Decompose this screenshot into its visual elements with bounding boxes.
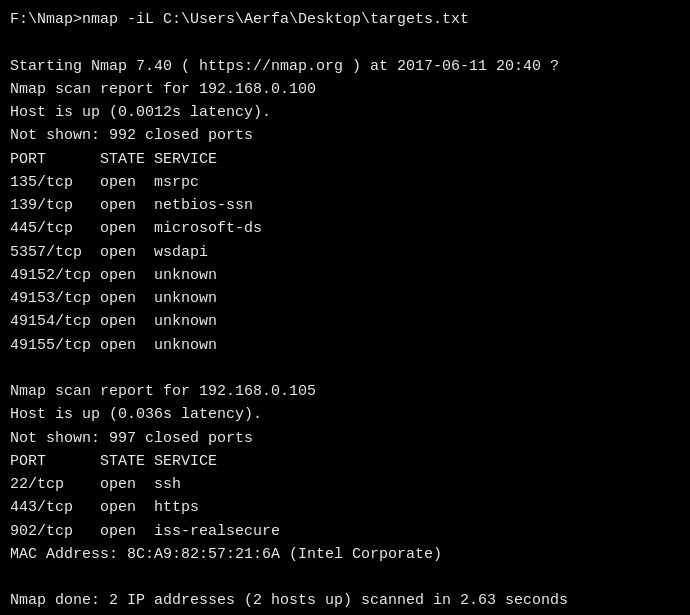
terminal-line-header-1: PORT STATE SERVICE <box>10 148 680 171</box>
terminal-line-port-49152: 49152/tcp open unknown <box>10 264 680 287</box>
terminal-line-port-139: 139/tcp open netbios-ssn <box>10 194 680 217</box>
terminal-line-host-up-1: Host is up (0.0012s latency). <box>10 101 680 124</box>
terminal-line-empty1 <box>10 31 680 54</box>
terminal-line-host-up-2: Host is up (0.036s latency). <box>10 403 680 426</box>
terminal-line-empty2 <box>10 357 680 380</box>
terminal-line-port-443: 443/tcp open https <box>10 496 680 519</box>
terminal-line-port-49155: 49155/tcp open unknown <box>10 334 680 357</box>
terminal-line-cmd-line: F:\Nmap>nmap -iL C:\Users\Aerfa\Desktop\… <box>10 8 680 31</box>
terminal-line-port-22: 22/tcp open ssh <box>10 473 680 496</box>
terminal-line-scan-report-2: Nmap scan report for 192.168.0.105 <box>10 380 680 403</box>
terminal-line-port-49154: 49154/tcp open unknown <box>10 310 680 333</box>
terminal-line-port-5357: 5357/tcp open wsdapi <box>10 241 680 264</box>
terminal-line-port-49153: 49153/tcp open unknown <box>10 287 680 310</box>
terminal-line-empty3 <box>10 566 680 589</box>
terminal-line-port-445: 445/tcp open microsoft-ds <box>10 217 680 240</box>
terminal-line-port-135: 135/tcp open msrpc <box>10 171 680 194</box>
terminal-line-header-2: PORT STATE SERVICE <box>10 450 680 473</box>
terminal-line-not-shown-1: Not shown: 992 closed ports <box>10 124 680 147</box>
terminal-line-nmap-done: Nmap done: 2 IP addresses (2 hosts up) s… <box>10 589 680 612</box>
terminal-line-port-902: 902/tcp open iss-realsecure <box>10 520 680 543</box>
terminal-line-starting: Starting Nmap 7.40 ( https://nmap.org ) … <box>10 55 680 78</box>
terminal-line-mac-address: MAC Address: 8C:A9:82:57:21:6A (Intel Co… <box>10 543 680 566</box>
terminal-window: F:\Nmap>nmap -iL C:\Users\Aerfa\Desktop\… <box>0 0 690 615</box>
terminal-line-not-shown-2: Not shown: 997 closed ports <box>10 427 680 450</box>
terminal-line-scan-report-1: Nmap scan report for 192.168.0.100 <box>10 78 680 101</box>
